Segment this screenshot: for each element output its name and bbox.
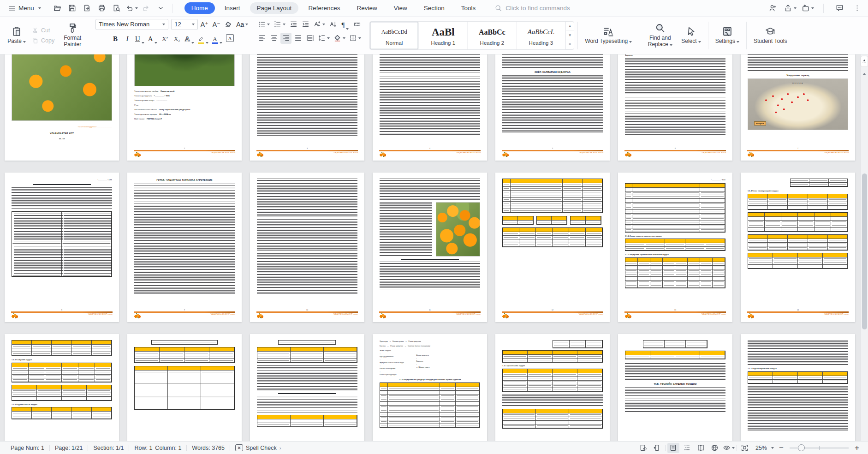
status-section[interactable]: Section: 1/1 [88,445,129,451]
grow-font-button[interactable]: A⁺ [199,19,210,30]
more-options-button[interactable] [850,2,863,14]
font-name-combo[interactable]: Times New Roman [95,19,168,30]
zoom-in-button[interactable]: + [851,443,862,453]
shading-button[interactable] [332,33,347,44]
change-case-button[interactable]: Aa [235,19,250,30]
styles-scroll-down[interactable]: ▼ [566,31,574,40]
tab-review[interactable]: Review [350,2,384,14]
document-page[interactable]: ТАВ. ТӨСЛИЙН ЗАРДЛЫН ТООЦОО20“ЧАЦАРГАНЫ … [618,334,732,441]
document-page[interactable]: ХОЁР. САЛБАРЫН СУДАЛГАА5“ЧАЦАРГАНЫ АЖ АХ… [495,54,610,161]
shrink-font-button[interactable]: A⁻ [211,19,222,30]
document-page[interactable]: 1.3.1.Үндсэн хөрөнгийн элэгдэл21“ЧАЦАРГА… [741,334,855,441]
highlight-button[interactable] [196,33,210,44]
document-page[interactable]: 1.1.8.Тээврийн зардал1.1.9.Хадлан бэлтгэ… [5,334,119,441]
tab-tools[interactable]: Tools [454,2,483,14]
comments-button[interactable] [833,2,846,14]
font-size-combo[interactable]: 12 [171,19,198,30]
increase-indent-button[interactable] [300,19,311,30]
new-tab-button[interactable] [801,2,814,14]
menu-button[interactable]: Menu [5,3,45,14]
tab-references[interactable]: References [301,2,347,14]
format-painter-button[interactable]: Format Painter [56,21,89,50]
book-view-button[interactable] [695,443,707,453]
styles-more[interactable]: ≡ [566,40,574,49]
tabs-button[interactable] [351,19,363,30]
share-user-button[interactable] [766,2,779,14]
strikethrough-button[interactable]: A [147,33,159,44]
document-page[interactable]: 1.2.7.Цахилгааны зардал19“ЧАЦАРГАНЫ АЖ А… [495,334,610,441]
bold-button[interactable]: B [110,33,121,44]
document-page[interactable]: Төсөл хэрэгжүүлэх салбар:Хөдөө аж ахуйТө… [127,54,242,161]
save-button[interactable] [66,2,79,14]
asian-layout-button[interactable] [312,19,327,30]
paste-button[interactable]: Paste [4,24,30,47]
line-spacing-button[interactable] [316,33,331,44]
sort-button[interactable] [327,19,339,30]
redo-button[interactable] [140,2,153,14]
numbering-button[interactable] [272,19,287,30]
text-effects-button[interactable]: A [184,33,196,44]
tab-home[interactable]: Home [184,2,215,14]
document-page[interactable]: 17“ЧАЦАРГАНЫ АЖ АХУЙ” төсөл [250,334,364,441]
italic-button[interactable]: I [122,33,133,44]
document-page[interactable]: Зорилго:6“ЧАЦАРГАНЫ АЖ АХУЙ” төсөл [618,54,732,161]
document-page[interactable]: “..................” ХХК1.1.2.Суурь хөрө… [618,173,732,322]
style-normal[interactable]: AaBbCcDdNormal [370,22,419,49]
zoom-value[interactable]: 25% [755,445,767,451]
scroll-up-button[interactable] [861,70,868,78]
document-page[interactable]: 10“ЧАЦАРГАНЫ АЖ АХУЙ” төсөл [250,173,364,322]
copy-button[interactable]: Copy [31,37,54,44]
underline-button[interactable]: U [134,33,146,44]
justify-button[interactable] [292,33,303,44]
styles-scroll-up[interactable]: ▲ [566,22,574,31]
status-words[interactable]: Words: 3765 [187,445,230,451]
clear-formatting-button[interactable] [223,19,234,30]
zoom-slider[interactable] [790,443,849,453]
page-view-button[interactable] [667,443,679,453]
command-search[interactable]: Click to find commands [494,4,570,12]
print-button[interactable] [95,2,108,14]
document-page[interactable]: 4“ЧАЦАРГАНЫ АЖ АХУЙ” төсөл [373,54,487,161]
vertical-scrollbar[interactable] [861,54,868,441]
show-marks-button[interactable]: ¶ [339,19,351,30]
tab-page-layout[interactable]: Page Layout [250,2,299,14]
open-button[interactable] [51,2,64,14]
tab-insert[interactable]: Insert [218,2,247,14]
document-area[interactable]: Төсөл боловсруулсан: ……………………УЛААНБААТАР… [0,54,868,441]
tab-view[interactable]: View [387,2,414,14]
select-button[interactable]: Select [678,24,704,47]
zoom-slider-knob[interactable] [798,444,805,451]
export-button[interactable] [81,2,94,14]
font-color-button[interactable]: A [211,33,224,44]
customize-toolbar-button[interactable] [155,2,167,14]
borders-button[interactable] [348,33,363,44]
status-row-column[interactable]: Row: 1Column: 1 [129,445,186,451]
align-center-button[interactable] [268,33,279,44]
superscript-button[interactable]: X² [160,33,171,44]
document-page[interactable]: 1.1.4.Тоног төхөөрөмжийн зардал14“ЧАЦАРГ… [741,173,855,322]
subscript-button[interactable]: X₂ [172,33,183,44]
document-page[interactable]: “..................” ХХК8“ЧАЦАРГАНЫ АЖ А… [5,173,119,322]
document-page[interactable]: 3“ЧАЦАРГАНЫ АЖ АХУЙ” төсөл [250,54,364,161]
document-page[interactable]: Чацарганы тархацRUSSIAMongolia7“ЧАЦАРГАН… [741,54,855,161]
undo-button[interactable] [125,2,138,14]
tab-section[interactable]: Section [417,2,452,14]
style-heading-2[interactable]: AaBbCcHeading 2 [468,22,517,49]
document-page[interactable]: Төсөл боловсруулсан: ……………………УЛААНБААТАР… [5,54,119,161]
outline-view-button[interactable] [681,443,693,453]
status-page[interactable]: Page: 1/21 [50,445,88,451]
scroll-widget-button[interactable] [861,56,868,66]
fit-page-button[interactable] [739,443,751,453]
align-right-button[interactable] [280,33,291,44]
decrease-indent-button[interactable] [288,19,299,30]
scrollbar-thumb[interactable] [862,173,867,329]
share-button[interactable] [784,2,797,14]
cut-button[interactable]: Cut [31,27,54,34]
find-replace-button[interactable]: Find and Replace [642,21,678,50]
document-page[interactable]: 16“ЧАЦАРГАНЫ АЖ АХУЙ” төсөл [127,334,242,441]
document-page[interactable]: Хувенцэр→Халаах угаах→Угаах ариутгахБөгл… [373,334,487,441]
spell-check-button[interactable]: ✕ Spell Check › [230,444,286,451]
document-page[interactable]: 12“ЧАЦАРГАНЫ АЖ АХУЙ” төсөл [495,173,610,322]
document-page[interactable]: ГУРАВ. ЧАЦАРГАНА ТАРИАЛАХ АГРОТЕХНИК9“ЧА… [127,173,242,322]
mobile-view-button[interactable] [651,443,663,453]
